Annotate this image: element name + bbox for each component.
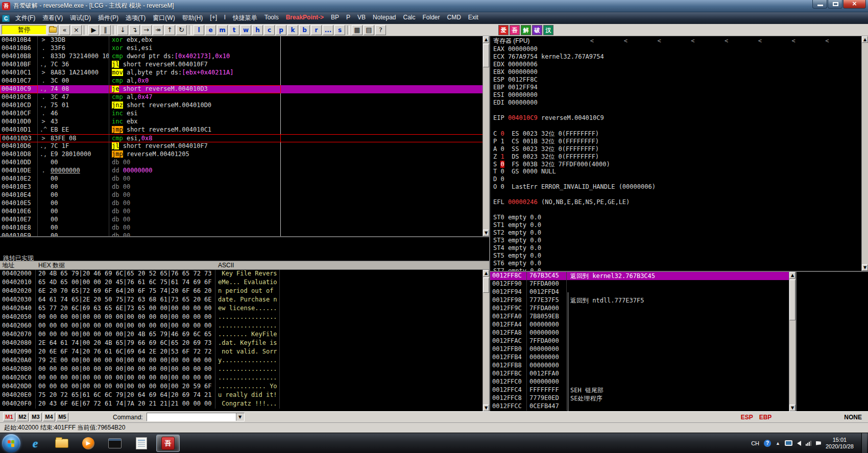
options-view-icon[interactable]: ▤ (364, 25, 374, 35)
menu-item[interactable]: Calc (399, 12, 419, 24)
register-line[interactable]: D 0 (490, 175, 861, 183)
disasm-row[interactable]: 004010CD.,75 01jnz short reverseM.004010… (0, 102, 483, 110)
taskbar-debugger-active[interactable]: 吾 (156, 435, 180, 452)
start-button[interactable] (2, 434, 20, 452)
disasm-pane[interactable]: 004010B4>33DBxor ebx,ebx004010B6.33F6xor… (0, 36, 489, 236)
menu-item[interactable]: Exit (465, 12, 482, 24)
toolbar-letter-button[interactable]: w (240, 25, 251, 35)
collapse-chevron-icon[interactable]: < (791, 37, 795, 44)
restart-icon[interactable]: « (59, 25, 70, 35)
trace-icon[interactable]: ↻ (176, 25, 187, 35)
collapse-chevron-icon[interactable]: < (725, 37, 728, 44)
register-line[interactable] (490, 206, 861, 214)
taskbar-cmd[interactable] (103, 435, 127, 452)
stack-row[interactable]: 0012FFA07B8059EB (490, 313, 789, 321)
dump-row[interactable]: 0040203064 61 74 65|2E 20 50 75|72 63 68… (0, 296, 483, 305)
dump-row[interactable]: 004020C000 00 00 00|00 00 00 00|00 00 00… (0, 374, 483, 383)
toolbar-letter-button[interactable]: p (276, 25, 286, 35)
dump-row[interactable]: 0040205000 00 00 00|00 00 00 00|00 00 00… (0, 313, 483, 322)
network-tray-icon[interactable] (806, 441, 811, 446)
menu-item[interactable]: 窗口(W) (149, 12, 178, 24)
language-indicator[interactable]: CH (751, 440, 759, 446)
display-tray-icon[interactable] (785, 440, 792, 446)
disasm-row[interactable]: 004010B6.33F6xor esi,esi (0, 44, 483, 53)
disasm-row[interactable]: 004010D1.^EB EEjmp short reverseM.004010… (0, 126, 483, 134)
register-line[interactable]: ST5 empty 0.0 (490, 252, 861, 260)
menu-item[interactable]: 帮助(H) (179, 12, 207, 24)
memory-tab-m1[interactable]: M1 (3, 413, 15, 421)
plugin-jie-icon[interactable]: 解 (521, 25, 531, 35)
toolbar-letter-button[interactable]: m (217, 25, 228, 35)
register-line[interactable]: O 0 LastErr ERROR_INVALID_HANDLE (000000… (490, 183, 861, 191)
register-line[interactable] (490, 191, 861, 198)
disasm-row[interactable]: 004010E500db 00 (0, 199, 483, 208)
disasm-row[interactable]: 004010E600db 00 (0, 208, 483, 216)
stack-row[interactable]: 0012FF940012FFD4 (490, 288, 789, 296)
register-line[interactable]: ST3 empty 0.0 (490, 237, 861, 244)
register-line[interactable]: EBP 0012FF94 (490, 84, 861, 91)
scroll-up-icon[interactable]: ▲ (483, 36, 489, 43)
register-line[interactable]: T 0 GS 0000 NULL (490, 168, 861, 175)
disasm-row[interactable]: 004010E800db 00 (0, 224, 483, 232)
menu-item[interactable]: Folder (419, 12, 444, 24)
menu-item[interactable]: 调试(D) (66, 12, 94, 24)
disasm-row[interactable]: 004010E900db 00 (0, 232, 483, 236)
scroll-thumb[interactable] (789, 280, 795, 320)
taskbar-ie[interactable]: e (23, 435, 47, 452)
stack-row[interactable]: 0012FF8C767B3C45返回到 kernel32.767B3C45 (490, 272, 789, 280)
dump-row[interactable]: 0040209020 6E 6F 74|20 76 61 6C|69 64 2E… (0, 348, 483, 357)
plugin-po-icon[interactable]: 破 (532, 25, 542, 35)
scroll-up-icon[interactable]: ▲ (789, 272, 795, 279)
menu-item[interactable]: CMD (444, 12, 465, 24)
minimize-button[interactable] (812, 0, 827, 9)
open-file-button[interactable] (47, 25, 58, 35)
step-over-icon[interactable]: ↴ (129, 25, 140, 35)
menu-item[interactable]: Tools (261, 12, 282, 24)
help-tray-icon[interactable]: ? (764, 440, 771, 447)
memory-tab-m3[interactable]: M3 (30, 413, 42, 421)
register-line[interactable]: ESI 00000000 (490, 91, 861, 99)
menu-item[interactable]: BP (327, 12, 343, 24)
dump-row[interactable]: 004020F020 43 6F 6E|67 72 61 74|7A 20 21… (0, 400, 483, 409)
dump-row[interactable]: 004020802E 64 61 74|00 20 4B 65|79 66 69… (0, 339, 483, 348)
menu-item[interactable]: [+] (206, 12, 221, 24)
disasm-row[interactable]: 004010CB.3C 47cmp al,0x47 (0, 93, 483, 102)
memory-tab-m2[interactable]: M2 (16, 413, 29, 421)
plugin-ai-icon[interactable]: 爱 (498, 25, 509, 35)
menu-item[interactable]: 快捷菜单 (229, 12, 261, 24)
register-line[interactable]: ST7 empty 0.0 (490, 267, 861, 271)
collapse-chevron-icon[interactable]: < (758, 37, 762, 44)
stack-row[interactable]: 0012FFA400000000 (490, 321, 789, 329)
taskbar-editor[interactable] (130, 435, 153, 452)
register-line[interactable]: ST1 empty 0.0 (490, 221, 861, 229)
memory-tab-m5[interactable]: M5 (56, 413, 68, 421)
register-line[interactable]: EBX 00000000 (490, 68, 861, 76)
dump-row[interactable]: 004020E075 20 72 65|61 6C 6C 79|20 64 69… (0, 391, 483, 400)
disasm-row[interactable]: 004010D8.,E9 28010000jmp reverseM.004012… (0, 150, 483, 159)
register-line[interactable]: ST2 empty 0.0 (490, 229, 861, 237)
menu-item[interactable]: l (221, 12, 229, 24)
toolbar-letter-button[interactable]: l (194, 25, 204, 35)
stack-row[interactable]: 0012FFBC0012FFA0 (490, 370, 789, 378)
scroll-up-icon[interactable]: ▲ (862, 36, 868, 43)
collapse-chevron-icon[interactable]: < (624, 37, 628, 44)
register-line[interactable]: ST6 empty 0.0 (490, 260, 861, 267)
memory-tab-m4[interactable]: M4 (43, 413, 55, 421)
stack-row[interactable]: 0012FFB400000000 (490, 354, 789, 362)
dump-row[interactable]: 004020206E 20 70 65|72 69 6F 64|20 6F 75… (0, 287, 483, 296)
scroll-down-icon[interactable]: ▼ (789, 405, 795, 411)
stack-row[interactable]: 0012FFC4FFFFFFFFSEH 链尾部 (490, 386, 789, 394)
toolbar-letter-button[interactable]: r (311, 25, 322, 35)
registers-scrollbar[interactable]: ▲ ▼ (861, 36, 868, 271)
disasm-row[interactable]: 004010C1>8A83 1A214000mov al,byte ptr ds… (0, 69, 483, 77)
register-line[interactable]: EFL 00000246 (NO,NB,E,BE,NS,PE,GE,LE) (490, 198, 861, 206)
registers-pane[interactable]: 寄存器 (FPU) <<<<<<<< EAX 00000000ECX 767A9… (490, 36, 868, 271)
toolbar-letter-button[interactable]: c (264, 25, 275, 35)
scroll-thumb[interactable] (483, 278, 489, 293)
toolbar-letter-button[interactable]: b (299, 25, 310, 35)
register-line[interactable] (490, 122, 861, 130)
collapse-chevron-icon[interactable]: < (590, 37, 594, 44)
register-line[interactable]: P 1 CS 001B 32位 0(FFFFFFFF) (490, 137, 861, 145)
toolbar-letter-button[interactable]: t (229, 25, 239, 35)
disasm-row[interactable]: 004010CF.46inc esi (0, 110, 483, 118)
